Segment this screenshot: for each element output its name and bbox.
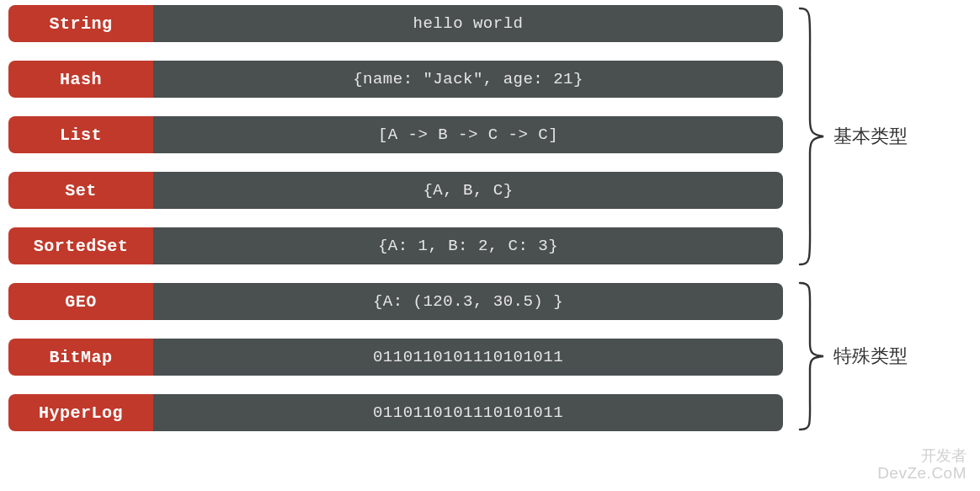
- curly-brace-icon: [798, 7, 827, 266]
- type-row-set: Set {A, B, C}: [8, 172, 783, 209]
- type-row-list: List [A -> B -> C -> C]: [8, 116, 783, 153]
- type-label: String: [8, 5, 153, 42]
- type-rows: String hello world Hash {name: "Jack", a…: [8, 5, 783, 431]
- category-label-special: 特殊类型: [834, 344, 908, 369]
- type-value: hello world: [153, 5, 783, 42]
- type-label: SortedSet: [8, 227, 153, 264]
- type-value: {A: (120.3, 30.5) }: [153, 283, 783, 320]
- type-value: {name: "Jack", age: 21}: [153, 61, 783, 98]
- type-row-string: String hello world: [8, 5, 783, 42]
- category-braces: 基本类型 特殊类型: [798, 5, 908, 431]
- type-value: 0110110101110101011: [153, 394, 783, 431]
- type-value: {A, B, C}: [153, 172, 783, 209]
- type-label: List: [8, 116, 153, 153]
- curly-brace-icon: [798, 281, 827, 431]
- type-row-bitmap: BitMap 0110110101110101011: [8, 339, 783, 376]
- type-value: {A: 1, B: 2, C: 3}: [153, 227, 783, 264]
- type-row-hyperlog: HyperLog 0110110101110101011: [8, 394, 783, 431]
- category-special: 特殊类型: [798, 281, 908, 431]
- type-label: HyperLog: [8, 394, 153, 431]
- type-row-hash: Hash {name: "Jack", age: 21}: [8, 61, 783, 98]
- type-label: GEO: [8, 283, 153, 320]
- type-value: [A -> B -> C -> C]: [153, 116, 783, 153]
- type-row-geo: GEO {A: (120.3, 30.5) }: [8, 283, 783, 320]
- category-basic: 基本类型: [798, 7, 908, 266]
- type-label: Set: [8, 172, 153, 209]
- category-label-basic: 基本类型: [834, 124, 908, 149]
- type-value: 0110110101110101011: [153, 339, 783, 376]
- type-label: Hash: [8, 61, 153, 98]
- type-row-sortedset: SortedSet {A: 1, B: 2, C: 3}: [8, 227, 783, 264]
- type-label: BitMap: [8, 339, 153, 376]
